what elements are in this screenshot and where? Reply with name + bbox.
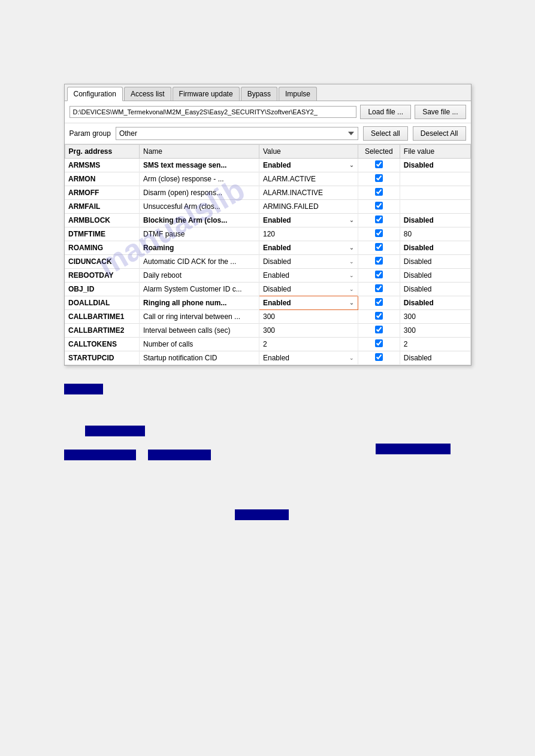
cell-selected[interactable] bbox=[358, 227, 400, 241]
select-all-button[interactable]: Select all bbox=[363, 126, 408, 141]
selected-checkbox[interactable] bbox=[375, 339, 383, 347]
cell-prg-address: CALLBARTIME1 bbox=[65, 310, 139, 324]
deselect-all-button[interactable]: Deselect All bbox=[413, 126, 466, 141]
cell-value[interactable]: Enabled⌄ bbox=[259, 351, 358, 365]
cell-file-value: Disabled bbox=[400, 269, 470, 283]
cell-prg-address: CALLTOKENS bbox=[65, 338, 139, 351]
deco-block-4 bbox=[148, 450, 211, 460]
cell-name: Alarm System Customer ID c... bbox=[139, 283, 259, 296]
cell-selected[interactable] bbox=[358, 200, 400, 214]
cell-value[interactable]: Enabled⌄ bbox=[259, 296, 358, 310]
cell-file-value: Disabled bbox=[400, 241, 470, 255]
cell-name: Roaming bbox=[139, 241, 259, 255]
cell-selected[interactable] bbox=[358, 351, 400, 365]
cell-value: 2 bbox=[259, 338, 358, 351]
cell-value[interactable]: Enabled⌄ bbox=[259, 159, 358, 172]
cell-selected[interactable] bbox=[358, 172, 400, 186]
cell-selected[interactable] bbox=[358, 338, 400, 351]
cell-selected[interactable] bbox=[358, 269, 400, 283]
cell-value[interactable]: Enabled⌄ bbox=[259, 214, 358, 227]
cell-value[interactable]: Disabled⌄ bbox=[259, 283, 358, 296]
cell-selected[interactable] bbox=[358, 255, 400, 269]
cell-selected[interactable] bbox=[358, 283, 400, 296]
col-header-filevalue: File value bbox=[400, 145, 470, 159]
cell-prg-address: ARMFAIL bbox=[65, 200, 139, 214]
selected-checkbox[interactable] bbox=[375, 160, 383, 168]
cell-file-value: 300 bbox=[400, 310, 470, 324]
selected-checkbox[interactable] bbox=[375, 353, 383, 361]
tab-configuration[interactable]: Configuration bbox=[67, 87, 123, 101]
selected-checkbox[interactable] bbox=[375, 326, 383, 333]
cell-prg-address: STARTUPCID bbox=[65, 351, 139, 365]
col-header-name: Name bbox=[139, 145, 259, 159]
cell-prg-address: REBOOTDAY bbox=[65, 269, 139, 283]
cell-file-value: Disabled bbox=[400, 283, 470, 296]
tab-bypass[interactable]: Bypass bbox=[241, 87, 277, 101]
selected-checkbox[interactable] bbox=[375, 298, 383, 306]
cell-name: Number of calls bbox=[139, 338, 259, 351]
cell-value[interactable]: Enabled⌄ bbox=[259, 269, 358, 283]
selected-checkbox[interactable] bbox=[375, 257, 383, 265]
selected-checkbox[interactable] bbox=[375, 243, 383, 251]
dropdown-arrow-icon[interactable]: ⌄ bbox=[349, 162, 354, 168]
deco-block-6 bbox=[235, 509, 289, 520]
selected-checkbox[interactable] bbox=[375, 215, 383, 223]
selected-checkbox[interactable] bbox=[375, 312, 383, 320]
dropdown-arrow-icon[interactable]: ⌄ bbox=[349, 259, 354, 265]
selected-checkbox[interactable] bbox=[375, 188, 383, 196]
cell-file-value: Disabled bbox=[400, 159, 470, 172]
selected-checkbox[interactable] bbox=[375, 174, 383, 182]
cell-selected[interactable] bbox=[358, 186, 400, 200]
cell-prg-address: OBJ_ID bbox=[65, 283, 139, 296]
cell-prg-address: ARMSMS bbox=[65, 159, 139, 172]
deco-area bbox=[64, 366, 471, 557]
cell-name: SMS text message sen... bbox=[139, 159, 259, 172]
cell-prg-address: ROAMING bbox=[65, 241, 139, 255]
selected-checkbox[interactable] bbox=[375, 202, 383, 210]
dropdown-arrow-icon[interactable]: ⌄ bbox=[349, 272, 354, 278]
page-container: manualslib Configuration Access list Fir… bbox=[0, 0, 535, 756]
file-path-input[interactable] bbox=[69, 106, 357, 118]
dropdown-arrow-icon[interactable]: ⌄ bbox=[349, 355, 354, 361]
tab-impulse[interactable]: Impulse bbox=[279, 87, 317, 101]
cell-selected[interactable] bbox=[358, 324, 400, 338]
tab-access-list[interactable]: Access list bbox=[124, 87, 171, 101]
cell-name: Arm (close) response - ... bbox=[139, 172, 259, 186]
load-file-button[interactable]: Load file ... bbox=[360, 105, 411, 119]
cell-name: Disarm (open) respons... bbox=[139, 186, 259, 200]
dropdown-arrow-icon[interactable]: ⌄ bbox=[349, 245, 354, 251]
cell-selected[interactable] bbox=[358, 214, 400, 227]
deco-block-5 bbox=[376, 444, 451, 454]
col-header-selected: Selected bbox=[358, 145, 400, 159]
cell-value: ARMING.FAILED bbox=[259, 200, 358, 214]
cell-file-value bbox=[400, 200, 470, 214]
cell-selected[interactable] bbox=[358, 296, 400, 310]
dropdown-arrow-icon[interactable]: ⌄ bbox=[349, 300, 354, 306]
cell-file-value: 80 bbox=[400, 227, 470, 241]
toolbar-row1: Load file ... Save file ... bbox=[65, 101, 471, 123]
table-row: OBJ_IDAlarm System Customer ID c...Disab… bbox=[65, 283, 470, 296]
main-window: Configuration Access list Firmware updat… bbox=[64, 84, 471, 366]
cell-name: DTMF pause bbox=[139, 227, 259, 241]
cell-selected[interactable] bbox=[358, 241, 400, 255]
cell-prg-address: ARMOFF bbox=[65, 186, 139, 200]
cell-selected[interactable] bbox=[358, 310, 400, 324]
cell-name: Interval between calls (sec) bbox=[139, 324, 259, 338]
cell-prg-address: CIDUNCACK bbox=[65, 255, 139, 269]
dropdown-arrow-icon[interactable]: ⌄ bbox=[349, 217, 354, 223]
selected-checkbox[interactable] bbox=[375, 284, 383, 292]
tab-firmware-update[interactable]: Firmware update bbox=[173, 87, 240, 101]
table-row: REBOOTDAYDaily rebootEnabled⌄Disabled bbox=[65, 269, 470, 283]
cell-prg-address: DOALLDIAL bbox=[65, 296, 139, 310]
cell-selected[interactable] bbox=[358, 159, 400, 172]
selected-checkbox[interactable] bbox=[375, 271, 383, 278]
param-group-select[interactable]: Other bbox=[116, 127, 358, 140]
cell-value[interactable]: Disabled⌄ bbox=[259, 255, 358, 269]
selected-checkbox[interactable] bbox=[375, 229, 383, 237]
cell-name: Unsuccesful Arm (clos... bbox=[139, 200, 259, 214]
cell-name: Call or ring interval between ... bbox=[139, 310, 259, 324]
cell-value[interactable]: Enabled⌄ bbox=[259, 241, 358, 255]
save-file-button[interactable]: Save file ... bbox=[415, 105, 466, 119]
dropdown-arrow-icon[interactable]: ⌄ bbox=[349, 286, 354, 292]
cell-file-value: Disabled bbox=[400, 255, 470, 269]
